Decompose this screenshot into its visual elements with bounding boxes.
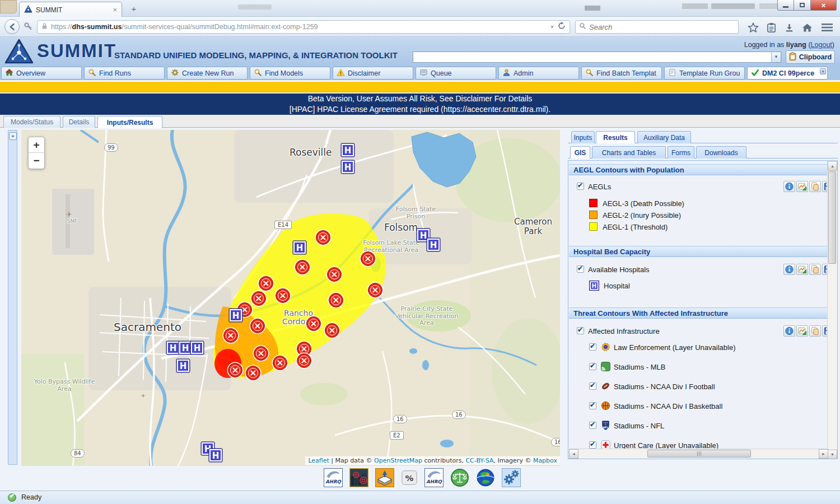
reload-icon[interactable] — [558, 22, 566, 32]
item-checkbox-stadiums-mlb[interactable]: ✔ — [589, 363, 596, 370]
toolbar-item-dm2-cl-99perce[interactable]: DM2 Cl 99perce× — [747, 67, 828, 80]
toolbar-item-find-batch-templat[interactable]: Find Batch Templat — [581, 67, 662, 80]
scroll-down-button[interactable]: ▼ — [828, 450, 837, 459]
search-input[interactable] — [589, 23, 718, 31]
run-selector-combobox[interactable]: ▼ — [413, 52, 781, 63]
info-button[interactable] — [783, 325, 795, 337]
fire-dept-marker[interactable]: × — [276, 288, 290, 303]
fire-dept-marker[interactable]: × — [228, 363, 242, 377]
expand-panel-button[interactable]: » — [9, 132, 17, 140]
fire-dept-marker[interactable]: × — [368, 283, 382, 297]
fire-dept-marker[interactable]: × — [254, 346, 268, 361]
item-checkbox-stadiums-ncaa-div-i-basketball[interactable]: ✔ — [589, 402, 596, 409]
panel-tab-auxiliary-data[interactable]: Auxiliary Data — [637, 131, 691, 143]
key-icon[interactable] — [24, 22, 33, 34]
copy-button[interactable] — [809, 264, 821, 275]
panel-tab-results[interactable]: Results — [596, 131, 635, 143]
toolbar-item-disclaimer[interactable]: Disclaimer — [333, 67, 413, 80]
ahrq-icon[interactable]: AHRQ — [424, 468, 444, 487]
url-bar[interactable]: https://dhs-summit.us/summit-services-qu… — [37, 20, 570, 34]
fire-dept-marker[interactable]: × — [273, 356, 287, 370]
fire-dept-marker[interactable]: × — [329, 293, 343, 307]
fire-dept-marker[interactable]: × — [297, 353, 311, 368]
globe-icon[interactable] — [476, 468, 495, 487]
tab-details[interactable]: Details — [63, 116, 95, 128]
panel-subtab-gis[interactable]: GIS — [570, 146, 590, 158]
info-button[interactable] — [783, 181, 795, 192]
bookmark-star-icon[interactable] — [746, 21, 760, 34]
logout-link[interactable]: Logout — [811, 41, 832, 49]
copy-button[interactable] — [809, 325, 821, 337]
toolbar-item-admin[interactable]: Admin — [498, 67, 579, 80]
horizontal-scrollbar[interactable]: ◄► — [569, 449, 828, 458]
tab-inputs-results[interactable]: Inputs/Results — [97, 116, 162, 128]
scroll-right-button[interactable]: ► — [819, 449, 828, 459]
toolbar-item-find-models[interactable]: Find Models — [250, 67, 330, 80]
panel-subtab-forms[interactable]: Forms — [668, 146, 694, 158]
layer-checkbox-available-hospitals[interactable]: ✔ — [577, 265, 584, 273]
layer-checkbox-aegls[interactable]: ✔ — [577, 183, 584, 190]
zoom-in-button[interactable]: + — [29, 137, 44, 153]
hospital-marker[interactable]: H — [229, 309, 243, 323]
window-close-button[interactable]: × — [811, 0, 837, 11]
scroll-up-button[interactable]: ▲ — [828, 161, 837, 171]
panel-tab-inputs[interactable]: Inputs — [571, 131, 595, 143]
export-box-icon[interactable] — [375, 468, 394, 487]
toolbar-item-find-runs[interactable]: Find Runs — [84, 67, 165, 80]
export-button[interactable] — [796, 264, 808, 275]
collapsed-sidebar-strip[interactable]: » — [8, 130, 17, 465]
hospital-marker[interactable]: H — [190, 341, 204, 355]
window-minimize-button[interactable] — [777, 0, 794, 11]
fire-dept-marker[interactable]: × — [251, 291, 266, 306]
item-checkbox-urgent-care-layer-unavailable[interactable]: ✔ — [589, 441, 596, 449]
clipboard-button[interactable]: Clipboard — [786, 50, 835, 64]
reading-list-icon[interactable] — [764, 21, 778, 34]
item-checkbox-stadiums-nfl[interactable]: ✔ — [589, 422, 596, 429]
map-viewport[interactable]: + − Leaflet | Map data © OpenStreetMap c… — [21, 130, 560, 466]
url-dropdown-icon[interactable]: ▼ — [550, 25, 554, 30]
search-bar[interactable] — [575, 20, 739, 34]
hazard-city-icon[interactable] — [349, 468, 368, 487]
fire-dept-marker[interactable]: × — [259, 276, 273, 291]
tab-models-status[interactable]: Models/Status — [3, 116, 60, 128]
fire-dept-marker[interactable]: × — [250, 319, 265, 333]
info-button[interactable] — [783, 264, 795, 275]
back-button[interactable] — [4, 19, 20, 34]
ahrq-icon[interactable]: AHRQ — [324, 468, 343, 487]
hospital-marker[interactable]: H — [427, 238, 441, 252]
toolbar-item-queue[interactable]: Queue — [416, 67, 496, 80]
panel-subtab-charts-and-tables[interactable]: Charts and Tables — [592, 146, 666, 158]
fire-dept-marker[interactable]: × — [316, 230, 330, 245]
hospital-marker[interactable]: H — [176, 359, 190, 373]
close-tab-icon[interactable]: × — [820, 68, 826, 74]
gears-icon[interactable] — [502, 468, 521, 487]
vertical-scroll-thumb[interactable] — [828, 171, 836, 264]
hospital-marker[interactable]: H — [209, 449, 223, 463]
item-checkbox-stadiums-ncaa-div-i-football[interactable]: ✔ — [589, 382, 596, 390]
export-button[interactable] — [796, 181, 808, 192]
percent-icon[interactable]: % — [401, 470, 418, 486]
firefox-menu-corner[interactable] — [0, 0, 17, 13]
fire-dept-marker[interactable]: × — [223, 328, 238, 343]
layer-checkbox-affected-infrastructure[interactable]: ✔ — [577, 327, 584, 334]
fire-dept-marker[interactable]: × — [325, 323, 339, 338]
leaflet-link[interactable]: Leaflet — [308, 457, 329, 464]
fire-dept-marker[interactable]: × — [327, 267, 342, 282]
zoom-out-button[interactable]: − — [29, 153, 44, 169]
new-tab-button[interactable]: + — [127, 4, 141, 15]
export-button[interactable] — [796, 325, 808, 337]
hospital-marker[interactable]: H — [293, 241, 307, 255]
copy-button[interactable] — [809, 181, 821, 192]
toolbar-item-create-new-run[interactable]: Create New Run — [167, 67, 248, 80]
fire-dept-marker[interactable]: × — [361, 251, 375, 266]
downloads-icon[interactable] — [782, 21, 796, 34]
combobox-dropdown-icon[interactable]: ▼ — [771, 52, 781, 62]
osm-link[interactable]: OpenStreetMap — [374, 457, 422, 464]
vertical-scrollbar[interactable]: ▲▼ — [827, 161, 837, 459]
fire-dept-marker[interactable]: × — [306, 316, 321, 331]
item-checkbox-law-enforcement-layer-unavailable[interactable]: ✔ — [589, 343, 596, 351]
toolbar-item-overview[interactable]: Overview — [1, 67, 82, 80]
scroll-left-button[interactable]: ◄ — [569, 449, 578, 459]
ccbysa-link[interactable]: CC-BY-SA — [465, 457, 493, 464]
mapbox-link[interactable]: Mapbox — [533, 457, 557, 464]
